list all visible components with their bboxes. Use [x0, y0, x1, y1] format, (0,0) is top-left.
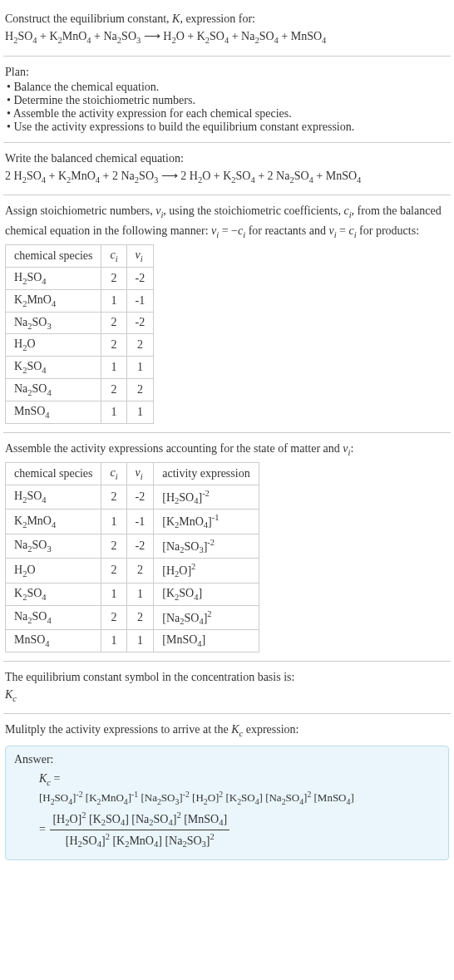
- table-row: Na2SO32-2: [6, 312, 154, 334]
- table-row: MnSO411: [6, 401, 154, 423]
- answer-fraction: [H2O]2 [K2SO4] [Na2SO4]2 [MnSO4] [H2SO4]…: [50, 809, 229, 851]
- plan-section: Plan: Balance the chemical equation. Det…: [3, 57, 451, 143]
- col-vi: νi: [126, 245, 154, 268]
- symbol-value: Kc: [5, 686, 449, 706]
- answer-box: Answer: Kc = [H2SO4]-2 [K2MnO4]-1 [Na2SO…: [5, 746, 449, 861]
- prompt-suffix: , expression for:: [180, 12, 255, 25]
- table-row: K2MnO41-1[K2MnO4]-1: [6, 510, 259, 534]
- unbalanced-equation: H2SO4 + K2MnO4 + Na2SO3 ⟶ H2O + K2SO4 + …: [5, 27, 449, 47]
- activity-table: chemical species ci νi activity expressi…: [5, 462, 259, 653]
- plan-item: Assemble the activity expression for eac…: [7, 107, 449, 121]
- col-vi: νi: [126, 463, 154, 485]
- plan-item: Determine the stoichiometric numbers.: [7, 94, 449, 107]
- answer-kc-equals: Kc =: [39, 770, 440, 790]
- prompt-k: K: [172, 12, 180, 25]
- plan-list: Balance the chemical equation. Determine…: [5, 81, 449, 134]
- prompt-prefix: Construct the equilibrium constant,: [5, 12, 172, 25]
- stoich-text: Assign stoichiometric numbers, νi, using…: [5, 202, 449, 241]
- table-row: H2O22[H2O]2: [6, 559, 259, 583]
- answer-section: Mulitply the activity expressions to arr…: [3, 714, 451, 869]
- table-row: H2SO42-2[H2SO4]-2: [6, 485, 259, 509]
- activity-section: Assemble the activity expressions accoun…: [3, 433, 451, 662]
- intro-section: Construct the equilibrium constant, K, e…: [3, 3, 451, 57]
- table-header-row: chemical species ci νi: [6, 245, 154, 268]
- table-header-row: chemical species ci νi activity expressi…: [6, 463, 259, 485]
- table-row: MnSO411[MnSO4]: [6, 629, 259, 652]
- symbol-section: The equilibrium constant symbol in the c…: [3, 662, 451, 715]
- col-species: chemical species: [6, 245, 101, 268]
- col-activity: activity expression: [154, 463, 259, 485]
- stoich-section: Assign stoichiometric numbers, νi, using…: [3, 195, 451, 432]
- answer-body: Kc = [H2SO4]-2 [K2MnO4]-1 [Na2SO3]-2 [H2…: [14, 770, 440, 852]
- plan-item: Balance the chemical equation.: [7, 81, 449, 94]
- prompt-line: Construct the equilibrium constant, K, e…: [5, 10, 449, 27]
- fraction-numerator: [H2O]2 [K2SO4] [Na2SO4]2 [MnSO4]: [50, 809, 229, 830]
- answer-label: Answer:: [14, 753, 440, 766]
- table-row: K2SO411[K2SO4]: [6, 583, 259, 605]
- table-row: H2SO42-2: [6, 267, 154, 289]
- table-row: K2SO411: [6, 357, 154, 379]
- table-row: Na2SO422[Na2SO4]2: [6, 605, 259, 629]
- activity-title: Assemble the activity expressions accoun…: [5, 440, 449, 460]
- plan-title: Plan:: [5, 63, 449, 81]
- table-row: H2O22: [6, 334, 154, 357]
- balanced-equation: 2 H2SO4 + K2MnO4 + 2 Na2SO3 ⟶ 2 H2O + K2…: [5, 167, 449, 187]
- col-ci: ci: [101, 245, 126, 268]
- symbol-text: The equilibrium constant symbol in the c…: [5, 668, 449, 686]
- balanced-section: Write the balanced chemical equation: 2 …: [3, 143, 451, 196]
- multiply-text: Mulitply the activity expressions to arr…: [5, 721, 449, 741]
- col-ci: ci: [101, 463, 126, 485]
- plan-item: Use the activity expressions to build th…: [7, 121, 449, 134]
- table-row: Na2SO422: [6, 378, 154, 401]
- table-row: Na2SO32-2[Na2SO3]-2: [6, 534, 259, 558]
- answer-fraction-line: = [H2O]2 [K2SO4] [Na2SO4]2 [MnSO4] [H2SO…: [39, 809, 440, 851]
- balanced-title: Write the balanced chemical equation:: [5, 150, 449, 167]
- answer-product-line: [H2SO4]-2 [K2MnO4]-1 [Na2SO3]-2 [H2O]2 […: [39, 789, 440, 809]
- table-row: K2MnO41-1: [6, 289, 154, 312]
- fraction-denominator: [H2SO4]2 [K2MnO4] [Na2SO3]2: [50, 830, 229, 851]
- col-species: chemical species: [6, 463, 101, 485]
- stoich-table: chemical species ci νi H2SO42-2 K2MnO41-…: [5, 244, 154, 423]
